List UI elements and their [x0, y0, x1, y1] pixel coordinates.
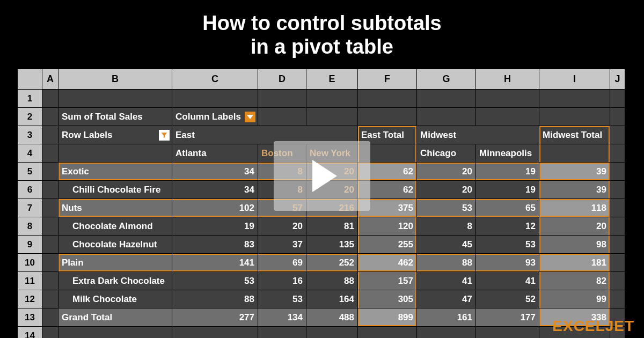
cell[interactable] [42, 327, 58, 339]
row-header-6[interactable]: 6 [18, 181, 42, 199]
cell[interactable]: 52 [476, 290, 539, 308]
cell[interactable]: 177 [476, 308, 539, 327]
cell[interactable] [58, 327, 172, 339]
cell[interactable] [42, 308, 58, 327]
cell[interactable] [172, 327, 258, 339]
cell[interactable]: 120 [358, 217, 417, 236]
cell[interactable] [610, 290, 625, 308]
cell[interactable] [358, 90, 417, 108]
cell[interactable] [58, 144, 172, 163]
cell[interactable]: 88 [417, 254, 476, 272]
cell[interactable] [610, 181, 625, 199]
cell[interactable]: 88 [306, 272, 358, 290]
cell[interactable]: 134 [258, 308, 306, 327]
cell[interactable]: 47 [417, 290, 476, 308]
cell[interactable] [42, 236, 58, 254]
cell[interactable]: 65 [476, 199, 539, 217]
row-header-12[interactable]: 12 [18, 290, 42, 308]
row-header-4[interactable]: 4 [18, 144, 42, 163]
row-header-1[interactable]: 1 [18, 90, 42, 108]
cell[interactable]: 82 [539, 272, 610, 290]
cell[interactable] [172, 90, 258, 108]
cell[interactable]: 53 [258, 290, 306, 308]
col-header-a[interactable]: A [42, 69, 58, 90]
row-header-7[interactable]: 7 [18, 199, 42, 217]
cell[interactable] [610, 144, 625, 163]
row-label[interactable]: Chocolate Almond [58, 217, 172, 236]
cell[interactable]: 20 [258, 217, 306, 236]
cell[interactable]: 102 [172, 199, 258, 217]
select-all-corner[interactable] [18, 69, 42, 90]
col-header-c[interactable]: C [172, 69, 258, 90]
cell[interactable] [539, 108, 610, 126]
cell[interactable] [610, 272, 625, 290]
cell[interactable]: 37 [258, 236, 306, 254]
measure-label[interactable]: Sum of Total Sales [58, 108, 172, 126]
cell[interactable]: 135 [306, 236, 358, 254]
cell[interactable] [539, 90, 610, 108]
cell[interactable]: 19 [172, 217, 258, 236]
cell[interactable]: 93 [476, 254, 539, 272]
cell[interactable]: 181 [539, 254, 610, 272]
cell[interactable]: 19 [476, 163, 539, 181]
cell[interactable] [258, 90, 306, 108]
cell[interactable] [610, 163, 625, 181]
cell[interactable] [417, 327, 476, 339]
cell[interactable] [258, 108, 306, 126]
filter-icon[interactable] [159, 130, 170, 141]
cell[interactable] [610, 126, 625, 144]
cell[interactable]: 81 [306, 217, 358, 236]
col-header-j[interactable]: J [610, 69, 625, 90]
cell[interactable] [306, 327, 358, 339]
cell[interactable]: 45 [417, 236, 476, 254]
cell[interactable]: 899 [358, 308, 417, 327]
cell[interactable]: 16 [258, 272, 306, 290]
row-header-3[interactable]: 3 [18, 126, 42, 144]
cell[interactable] [610, 254, 625, 272]
cell[interactable]: 83 [172, 236, 258, 254]
cell[interactable]: 12 [476, 217, 539, 236]
cell[interactable]: 255 [358, 236, 417, 254]
row-label[interactable]: Chilli Chocolate Fire [58, 181, 172, 199]
cell[interactable]: 157 [358, 272, 417, 290]
cell[interactable]: 53 [417, 199, 476, 217]
cell[interactable] [539, 144, 610, 163]
cell[interactable]: 462 [358, 254, 417, 272]
cell[interactable] [476, 327, 539, 339]
cell[interactable]: 141 [172, 254, 258, 272]
play-button[interactable] [274, 141, 370, 211]
cell[interactable]: 99 [539, 290, 610, 308]
row-label[interactable]: Nuts [58, 199, 172, 217]
row-labels-cell[interactable]: Row Labels [58, 126, 172, 144]
cell[interactable] [306, 108, 358, 126]
cell[interactable] [42, 217, 58, 236]
row-label[interactable]: Milk Chocolate [58, 290, 172, 308]
cell[interactable] [42, 163, 58, 181]
col-header-e[interactable]: E [306, 69, 358, 90]
city-chicago[interactable]: Chicago [417, 144, 476, 163]
cell[interactable] [42, 290, 58, 308]
cell[interactable] [417, 108, 476, 126]
cell[interactable] [58, 90, 172, 108]
cell[interactable]: 98 [539, 236, 610, 254]
cell[interactable] [610, 236, 625, 254]
cell[interactable] [306, 90, 358, 108]
cell[interactable]: 277 [172, 308, 258, 327]
cell[interactable]: 161 [417, 308, 476, 327]
cell[interactable] [42, 126, 58, 144]
cell[interactable]: 39 [539, 181, 610, 199]
cell[interactable] [42, 181, 58, 199]
row-header-2[interactable]: 2 [18, 108, 42, 126]
cell[interactable]: 8 [417, 217, 476, 236]
cell[interactable]: 305 [358, 290, 417, 308]
cell[interactable]: 252 [306, 254, 358, 272]
col-header-g[interactable]: G [417, 69, 476, 90]
row-label[interactable]: Chocolate Hazelnut [58, 236, 172, 254]
cell[interactable]: 20 [539, 217, 610, 236]
cell[interactable] [476, 108, 539, 126]
cell[interactable]: 41 [417, 272, 476, 290]
cell[interactable] [42, 144, 58, 163]
col-header-f[interactable]: F [358, 69, 417, 90]
cell[interactable] [42, 199, 58, 217]
cell[interactable] [476, 90, 539, 108]
